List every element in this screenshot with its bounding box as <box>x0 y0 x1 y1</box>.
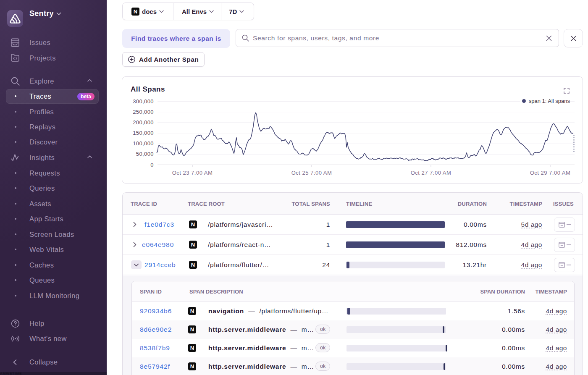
svg-text:300,000: 300,000 <box>133 98 154 105</box>
svg-text:N: N <box>190 345 194 351</box>
svg-text:50,000: 50,000 <box>136 151 154 157</box>
svg-text:N: N <box>191 241 195 248</box>
svg-text:200,000: 200,000 <box>133 119 154 126</box>
svg-text:N: N <box>191 221 195 228</box>
svg-text:Oct 25 7:00 AM: Oct 25 7:00 AM <box>291 170 332 176</box>
svg-text:Oct 27 7:00 AM: Oct 27 7:00 AM <box>411 170 452 176</box>
svg-text:150,000: 150,000 <box>133 130 154 136</box>
svg-text:N: N <box>191 262 195 268</box>
svg-text:N: N <box>134 8 137 15</box>
svg-text:Oct 23 7:00 AM: Oct 23 7:00 AM <box>172 170 213 176</box>
svg-text:N: N <box>190 326 194 333</box>
svg-text:N: N <box>190 308 194 314</box>
svg-text:100,000: 100,000 <box>133 140 154 147</box>
svg-text:Oct 29 7:00 AM: Oct 29 7:00 AM <box>530 170 571 176</box>
svg-text:250,000: 250,000 <box>133 109 154 115</box>
svg-text:0: 0 <box>150 162 154 168</box>
svg-text:N: N <box>190 363 194 370</box>
